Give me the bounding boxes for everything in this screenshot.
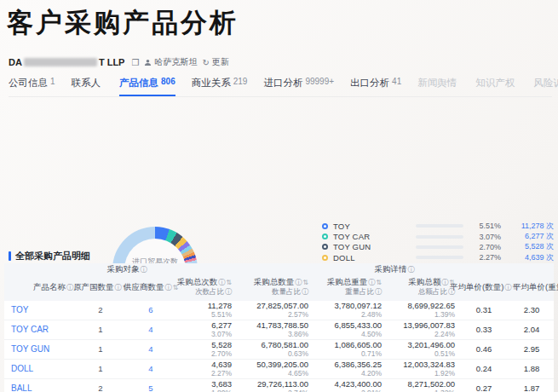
product-name-link[interactable]: BALL xyxy=(4,383,77,392)
company-row: DA T LLP ❐ 哈萨克斯坦 ↻ 更新 xyxy=(9,56,229,68)
tab-产品信息[interactable]: 产品信息 806 xyxy=(119,77,175,96)
product-name-link[interactable]: DOLL xyxy=(4,364,77,374)
avg-price-weight-value: 2.04 xyxy=(511,326,554,335)
tab-label: 进口分析 xyxy=(263,77,302,89)
col-origin-count[interactable]: 原产国数量ⓘ⇅ xyxy=(77,276,126,297)
sort-icon[interactable]: ⇅ xyxy=(302,279,308,286)
column-header-row: 产品名称ⓘ 原产国数量ⓘ⇅ 供应商数量ⓘ⇅ 采购总次数ⓘ⇅ 次数占比ⓘ 采购总数… xyxy=(4,276,554,301)
legend-percent: 3.07% xyxy=(463,233,501,241)
times-value: 5,5282.70% xyxy=(177,341,235,359)
avg-price-qty-value: 0.24 xyxy=(458,365,511,374)
legend-percent: 2.70% xyxy=(463,243,501,251)
tab-label: 公司信息 xyxy=(9,77,48,89)
table-row[interactable]: TOY GUN 1 4 5,5282.70% 6,780,581.000.63%… xyxy=(4,340,554,360)
sort-icon[interactable]: ⇅ xyxy=(226,279,232,286)
col-avg-qty[interactable]: 平均单价(数量)ⓘ⇅ xyxy=(458,276,511,297)
legend-bar xyxy=(416,235,463,239)
tab-label: 风险诉讼 xyxy=(533,77,558,89)
legend-dot-icon xyxy=(322,233,328,239)
info-icon[interactable]: ⓘ xyxy=(164,284,171,291)
info-icon[interactable]: ⓘ xyxy=(114,284,121,291)
info-icon[interactable]: ⓘ xyxy=(225,288,232,296)
tab-公司信息[interactable]: 公司信息 1 xyxy=(9,77,55,96)
refresh-button[interactable]: ↻ 更新 xyxy=(202,56,228,68)
avg-price-qty-value: 0.46 xyxy=(458,345,511,355)
weight-value: 3,780,097.122.48% xyxy=(312,302,385,320)
avg-price-weight-value: 2.95 xyxy=(511,345,554,355)
info-icon[interactable]: ⓘ xyxy=(218,279,225,286)
info-icon[interactable]: ⓘ xyxy=(441,279,448,286)
legend-item[interactable]: TOY CAR 3.07% 6,277 次 xyxy=(322,231,554,241)
supplier-count-link[interactable]: 4 xyxy=(126,365,177,374)
supplier-count-link[interactable]: 6 xyxy=(126,306,177,315)
qty-value: 41,783,788.503.86% xyxy=(235,321,312,339)
page: 客户采购产品分析 DA T LLP ❐ 哈萨克斯坦 ↻ 更新 公司信息 1 联系… xyxy=(0,0,558,392)
tab-知识产权[interactable]: 知识产权 xyxy=(475,77,517,96)
tab-label: 新闻舆情 xyxy=(417,77,457,89)
copy-icon[interactable]: ❐ xyxy=(131,58,139,67)
supplier-count-link[interactable]: 4 xyxy=(126,326,177,335)
table-row[interactable]: TOY 2 6 11,2785.51% 27,825,057.002.57% 3… xyxy=(4,301,554,320)
sort-icon[interactable]: ⇅ xyxy=(376,279,382,286)
amount-value: 12,003,324.831.92% xyxy=(385,360,458,378)
col-amount[interactable]: 采购总额ⓘ⇅ 总额占比ⓘ xyxy=(385,276,458,297)
qty-value: 50,399,205.004.65% xyxy=(235,360,312,378)
tab-联系人[interactable]: 联系人 xyxy=(72,77,104,96)
table-row[interactable]: DOLL 1 4 4,6392.27% 50,399,205.004.65% 6… xyxy=(4,360,554,379)
company-country-label: 哈萨克斯坦 xyxy=(154,56,197,68)
info-icon[interactable]: ⓘ xyxy=(375,288,382,296)
legend-item[interactable]: TOY GUN 2.70% 5,528 次 xyxy=(322,242,554,252)
legend-item[interactable]: TOY 5.51% 11,278 次 xyxy=(322,221,554,231)
legend-count: 6,277 次 xyxy=(501,231,554,242)
info-icon[interactable]: ⓘ xyxy=(66,284,73,291)
col-qty[interactable]: 采购总数量ⓘ⇅ 数量占比ⓘ xyxy=(235,276,312,297)
times-value: 4,6392.27% xyxy=(177,360,235,378)
info-icon[interactable]: ⓘ xyxy=(141,266,147,274)
col-supplier-count[interactable]: 供应商数量ⓘ⇅ xyxy=(126,276,177,297)
table-row[interactable]: BALL 2 5 3,6831.80% 29,726,113.002.74% 4… xyxy=(4,379,554,392)
qty-value: 6,780,581.000.63% xyxy=(235,341,312,359)
col-times[interactable]: 采购总次数ⓘ⇅ 次数占比ⓘ xyxy=(177,276,235,297)
amount-value: 8,699,922.651.39% xyxy=(385,302,458,320)
tab-出口分析[interactable]: 出口分析 41 xyxy=(350,77,401,96)
product-name-link[interactable]: TOY CAR xyxy=(4,325,77,335)
legend-dot-icon xyxy=(322,223,328,229)
col-avg-weight[interactable]: 平均单价(重量)ⓘ⇅ xyxy=(511,276,558,297)
info-icon[interactable]: ⓘ xyxy=(295,279,302,286)
tab-count: 806 xyxy=(161,77,175,86)
legend-label: TOY CAR xyxy=(333,232,416,241)
info-icon[interactable]: ⓘ xyxy=(408,266,415,274)
avg-price-weight-value: 2.30 xyxy=(511,306,554,315)
tab-商业关系[interactable]: 商业关系 219 xyxy=(192,77,248,96)
tab-进口分析[interactable]: 进口分析 99999+ xyxy=(263,77,334,96)
legend-dot-icon xyxy=(322,255,328,261)
section-title-text: 全部采购产品明细 xyxy=(15,250,90,262)
amount-value: 3,201,496.000.51% xyxy=(385,341,458,359)
avg-price-weight-value: 1.87 xyxy=(511,384,554,392)
avg-price-qty-value: 0.33 xyxy=(458,326,511,335)
tab-新闻舆情[interactable]: 新闻舆情 xyxy=(417,77,459,96)
company-name-redacted xyxy=(24,58,97,66)
table-row[interactable]: TOY CAR 1 4 6,2773.07% 41,783,788.503.86… xyxy=(4,320,554,340)
company-name-suffix: T LLP xyxy=(99,57,125,67)
product-name-link[interactable]: TOY GUN xyxy=(4,344,77,355)
supplier-count-link[interactable]: 5 xyxy=(126,384,177,392)
info-icon[interactable]: ⓘ xyxy=(368,279,375,286)
product-name-link[interactable]: TOY xyxy=(4,305,77,315)
company-country: 哈萨克斯坦 xyxy=(144,56,197,68)
weight-value: 4,423,400.002.91% xyxy=(312,380,385,392)
legend-bar xyxy=(416,224,463,228)
origin-count-value: 1 xyxy=(77,365,126,374)
info-icon[interactable]: ⓘ xyxy=(302,288,308,296)
tab-风险诉讼[interactable]: 风险诉讼 xyxy=(533,77,558,96)
tab-count: 1 xyxy=(50,77,55,86)
company-name: DA T LLP xyxy=(9,57,124,67)
tab-count: 219 xyxy=(233,77,248,86)
legend-item[interactable]: DOLL 2.27% 4,639 次 xyxy=(322,252,554,262)
supplier-count-link[interactable]: 4 xyxy=(126,345,177,355)
amount-value: 13,996,007.832.24% xyxy=(385,321,458,339)
refresh-label: 更新 xyxy=(212,56,229,68)
amount-value: 8,271,502.001.32% xyxy=(385,380,458,392)
page-title: 客户采购产品分析 xyxy=(7,5,239,41)
col-weight[interactable]: 采购总重量ⓘ⇅ 重量占比ⓘ xyxy=(312,276,385,297)
